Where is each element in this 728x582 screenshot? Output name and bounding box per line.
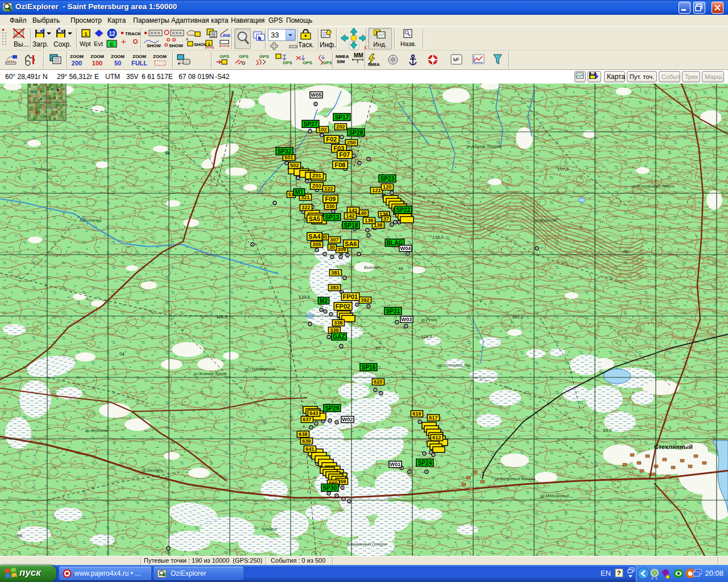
svg-text:04: 04 bbox=[119, 351, 125, 356]
svg-text:48: 48 bbox=[623, 249, 628, 254]
svg-text:Васильевка: Васильевка bbox=[80, 218, 101, 222]
svg-text:120: 120 bbox=[383, 184, 391, 190]
svg-text:ZOOM: ZOOM bbox=[133, 54, 146, 59]
svg-text:ур.Вязовец: ур.Вязовец bbox=[142, 468, 163, 473]
svg-text:SA6: SA6 bbox=[345, 240, 357, 247]
svg-text:M²: M² bbox=[453, 57, 460, 63]
svg-text:383: 383 bbox=[330, 285, 338, 290]
svg-text:307: 307 bbox=[330, 237, 338, 243]
svg-text:SP28: SP28 bbox=[349, 130, 363, 136]
svg-text:ZOOM: ZOOM bbox=[111, 54, 125, 59]
svg-text:Wpt: Wpt bbox=[80, 40, 91, 47]
svg-text:SP32: SP32 bbox=[278, 148, 292, 155]
svg-text:ур.Ворохово: ур.Ворохово bbox=[534, 218, 557, 223]
svg-text:70: 70 bbox=[262, 419, 267, 425]
svg-text:W05: W05 bbox=[311, 92, 322, 98]
svg-text:392: 392 bbox=[361, 297, 369, 303]
svg-text:126,1: 126,1 bbox=[421, 334, 433, 339]
svg-text:121: 121 bbox=[372, 188, 380, 193]
svg-text:LINE: LINE bbox=[220, 33, 231, 38]
svg-text:SIM: SIM bbox=[337, 59, 345, 64]
svg-text:639: 639 bbox=[302, 438, 311, 444]
svg-text:GPS: GPS bbox=[220, 54, 230, 59]
svg-text:Безымянный Остров: Безымянный Остров bbox=[347, 542, 387, 547]
svg-text:NMEA: NMEA bbox=[368, 63, 380, 66]
svg-text:ZOOM: ZOOM bbox=[70, 54, 84, 59]
svg-text:Z03: Z03 bbox=[312, 183, 321, 189]
svg-text:100: 100 bbox=[92, 60, 102, 66]
svg-text:SP18: SP18 bbox=[344, 222, 358, 228]
svg-text:04: 04 bbox=[475, 397, 480, 402]
svg-text:619: 619 bbox=[412, 411, 421, 417]
svg-text:GPS: GPS bbox=[322, 60, 333, 65]
svg-text:152,2: 152,2 bbox=[512, 314, 524, 319]
svg-text:SA5: SA5 bbox=[309, 216, 320, 222]
svg-text:SP13: SP13 bbox=[325, 214, 340, 221]
svg-text:SP27: SP27 bbox=[304, 121, 318, 127]
svg-text:30: 30 bbox=[329, 244, 335, 250]
svg-text:SHOW: SHOW bbox=[169, 43, 183, 48]
svg-text:60: 60 bbox=[375, 346, 380, 351]
svg-text:Evt: Evt bbox=[94, 40, 103, 47]
svg-text:SP31: SP31 bbox=[386, 308, 400, 314]
svg-text:Крайние: Крайние bbox=[262, 527, 278, 531]
svg-text:GPS: GPS bbox=[259, 54, 270, 59]
svg-text:SP17: SP17 bbox=[335, 114, 349, 120]
svg-text:W01: W01 bbox=[390, 462, 401, 467]
svg-text:330: 330 bbox=[326, 203, 334, 209]
svg-text:Сохр.: Сохр. bbox=[53, 40, 71, 48]
svg-text:ур.Глубокинское: ур.Глубокинское bbox=[244, 367, 275, 372]
svg-text:Z01: Z01 bbox=[312, 173, 321, 178]
svg-text:FP02: FP02 bbox=[336, 303, 350, 310]
svg-text:F07: F07 bbox=[340, 151, 350, 158]
svg-text:118,5: 118,5 bbox=[216, 314, 228, 319]
svg-text:12: 12 bbox=[109, 31, 115, 37]
svg-text:SA4: SA4 bbox=[308, 233, 321, 240]
svg-text:SP23: SP23 bbox=[380, 176, 395, 182]
svg-text:ур.Речки: ур.Речки bbox=[420, 318, 437, 322]
svg-text:1: 1 bbox=[84, 31, 87, 37]
svg-text:322: 322 bbox=[301, 205, 310, 210]
svg-text:F02: F02 bbox=[326, 136, 337, 143]
svg-text:W03: W03 bbox=[402, 317, 412, 322]
svg-text:502: 502 bbox=[290, 163, 299, 168]
svg-text:58: 58 bbox=[165, 151, 170, 156]
svg-text:C: C bbox=[110, 41, 114, 47]
svg-text:?: ? bbox=[617, 569, 621, 576]
svg-text:ур.Жилные Куяль: ур.Жилные Куяль bbox=[193, 372, 226, 376]
svg-text:пр.Березняк: пр.Березняк bbox=[85, 429, 109, 433]
svg-text:381: 381 bbox=[331, 270, 340, 276]
svg-text:ур.Косачёвый Канавы: ур.Косачёвый Канавы bbox=[494, 477, 536, 481]
svg-text:250: 250 bbox=[347, 140, 355, 146]
svg-text:ур.Мельничный: ур.Мельничный bbox=[540, 494, 569, 498]
svg-text:F09: F09 bbox=[325, 196, 336, 202]
svg-text:SHOW: SHOW bbox=[147, 43, 161, 48]
svg-text:ур.Адалла Лощина: ур.Адалла Лощина bbox=[466, 144, 502, 149]
svg-text:612: 612 bbox=[432, 435, 441, 440]
svg-text:617: 617 bbox=[429, 415, 437, 421]
svg-text:200: 200 bbox=[72, 60, 82, 66]
svg-text:SP22: SP22 bbox=[396, 207, 411, 213]
svg-text:1: 1 bbox=[208, 41, 210, 47]
svg-text:222: 222 bbox=[324, 186, 333, 192]
svg-text:643: 643 bbox=[309, 410, 318, 416]
svg-text:M2: M2 bbox=[320, 298, 328, 304]
svg-text:TRACK: TRACK bbox=[125, 31, 141, 36]
svg-text:GPS: GPS bbox=[239, 54, 249, 59]
svg-text:FULL: FULL bbox=[131, 60, 147, 66]
svg-text:501: 501 bbox=[284, 155, 293, 160]
svg-text:Тихоницы: Тихоницы bbox=[34, 167, 53, 172]
svg-text:83,0: 83,0 bbox=[603, 428, 612, 433]
svg-text:142: 142 bbox=[346, 213, 354, 219]
svg-text:W04: W04 bbox=[400, 246, 412, 251]
svg-text:Загр.: Загр. bbox=[32, 40, 48, 48]
svg-text:Таск.: Таск. bbox=[298, 41, 314, 49]
svg-text:W02: W02 bbox=[342, 417, 353, 422]
svg-text:SP16: SP16 bbox=[362, 364, 376, 371]
svg-text:46: 46 bbox=[398, 266, 403, 271]
svg-text:Стеклянный: Стеклянный bbox=[654, 443, 693, 450]
svg-text:GAZ: GAZ bbox=[333, 334, 345, 340]
svg-text:Выгона: Выгона bbox=[364, 265, 378, 269]
svg-text:Инф.: Инф. bbox=[320, 41, 336, 49]
svg-text:137,5: 137,5 bbox=[299, 294, 311, 300]
